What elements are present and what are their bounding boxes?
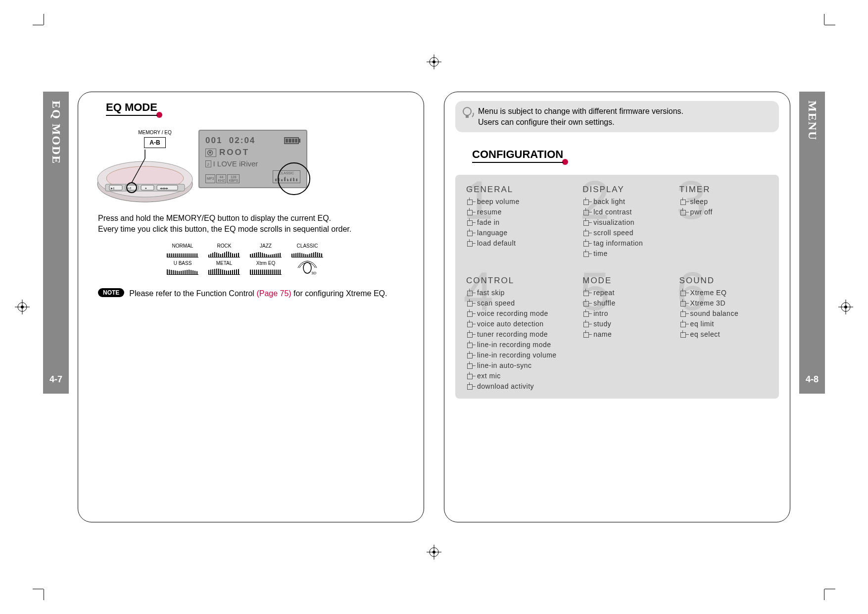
side-tab-left: EQ MODE 4-7 <box>43 92 69 394</box>
lcd-time: 02:04 <box>229 136 255 145</box>
list-item: resume <box>466 207 579 217</box>
section-head: CONTROL <box>466 276 579 286</box>
content-panel-left: EQ MODE MEMORY / EQ A-B <box>78 92 424 522</box>
page-number-left: 4-7 <box>49 374 62 385</box>
svg-point-31 <box>303 262 311 273</box>
lcd-format-badges: MP3 44KHZ 128KBPS <box>205 174 240 183</box>
list-item: time <box>582 249 676 259</box>
three-d-icon: 3D <box>291 260 323 275</box>
config-section-sound: 6 SOUND Xtreme EQXtreme 3Dsound balancee… <box>679 276 768 392</box>
list-item: study <box>582 319 676 329</box>
eq-label: CLASSIC <box>291 243 323 249</box>
section-head: MODE <box>582 276 676 286</box>
list-item: download activity <box>466 381 579 392</box>
section-list: sleeppwr off <box>679 197 768 217</box>
eq-item: CLASSIC <box>291 243 323 257</box>
list-item: voice auto detection <box>466 319 579 329</box>
config-section-control: 4 CONTROL fast skipscan speedvoice recor… <box>466 276 579 392</box>
svg-text:A-B: A-B <box>127 187 132 190</box>
note-text: Please refer to the Function Control (Pa… <box>129 288 387 299</box>
list-item: back light <box>582 197 676 207</box>
list-item: eq limit <box>679 319 768 329</box>
config-section-display: 2 DISPLAY back lightlcd contrastvisualiz… <box>582 185 676 259</box>
note-icon: ♪ <box>205 160 211 167</box>
registration-mark-top <box>427 54 441 69</box>
info-box: Menu is subject to change with different… <box>455 101 779 132</box>
eq-modes-grid: NORMAL ROCK JAZZ CLASSIC U BASS METAL Xt… <box>167 243 335 275</box>
lcd-kbps-u: KBPS <box>229 179 238 182</box>
info-line-2: Users can configure their own settings. <box>478 117 772 128</box>
svg-text:◀◀  ▶▶: ◀◀ ▶▶ <box>160 187 168 190</box>
callout-caption: MEMORY / EQ <box>115 130 194 135</box>
side-tab-left-label: EQ MODE <box>49 101 63 164</box>
section-list: back lightlcd contrastvisualizationscrol… <box>582 197 676 259</box>
section-list: Xtreme EQXtreme 3Dsound balanceeq limite… <box>679 288 768 340</box>
eq-label: JAZZ <box>250 243 282 249</box>
folder-icon: ⦿ <box>205 149 216 157</box>
eq-label: METAL <box>208 260 240 266</box>
section-list: repeatshuffleintrostudyname <box>582 288 676 340</box>
list-item: language <box>466 228 579 238</box>
page-right: MENU 4-8 Menu is subject to change with … <box>434 92 825 522</box>
svg-rect-34 <box>466 115 469 118</box>
list-item: line-in recording volume <box>466 350 579 360</box>
registration-mark-bottom <box>427 545 441 560</box>
lcd-khz: 44 <box>218 175 225 179</box>
list-item: tag information <box>582 238 676 249</box>
list-item: Xtreme EQ <box>679 288 768 298</box>
section-title-config: CONFIGURATION <box>472 148 563 163</box>
svg-text:●: ● <box>145 187 147 190</box>
list-item: line-in auto-sync <box>466 360 579 371</box>
list-item: eq select <box>679 329 768 340</box>
section-title-eqmode: EQ MODE <box>106 101 157 116</box>
battery-icon <box>284 137 300 144</box>
config-section-mode: 5 MODE repeatshuffleintrostudyname <box>582 276 676 392</box>
list-item: sound balance <box>679 308 768 319</box>
list-item: ext mic <box>466 371 579 381</box>
lcd-kbps: 128 <box>229 175 238 179</box>
page-left: EQ MODE 4-7 EQ MODE MEMORY / EQ A-B <box>43 92 434 522</box>
list-item: repeat <box>582 288 676 298</box>
eq-label: U BASS <box>167 260 198 266</box>
list-item: lcd contrast <box>582 207 676 217</box>
svg-point-33 <box>463 107 471 115</box>
section-head: DISPLAY <box>582 185 676 195</box>
eq-item: U BASS <box>167 260 198 275</box>
section-head: GENERAL <box>466 185 579 195</box>
eq-label: NORMAL <box>167 243 198 249</box>
section-head: SOUND <box>679 276 768 286</box>
side-tab-right: MENU 4-8 <box>799 92 825 394</box>
list-item: tuner recording mode <box>466 329 579 340</box>
list-item: sleep <box>679 197 768 207</box>
lcd-fmt: MP3 <box>207 175 214 182</box>
lcd-root: ROOT <box>219 148 249 157</box>
list-item: fade in <box>466 217 579 228</box>
list-item: line-in recording mode <box>466 340 579 350</box>
note-badge: NOTE <box>98 288 124 297</box>
body-line-1: Press and hold the MEMORY/EQ button to d… <box>98 213 409 224</box>
list-item: shuffle <box>582 298 676 308</box>
info-line-1: Menu is subject to change with different… <box>478 106 772 117</box>
eq-item: NORMAL <box>167 243 198 257</box>
config-grid: 1 GENERAL beep volumeresumefade inlangua… <box>455 175 779 399</box>
svg-text:3D: 3D <box>311 271 316 275</box>
list-item: voice recording mode <box>466 308 579 319</box>
highlight-circle-icon <box>278 162 310 195</box>
section-list: beep volumeresumefade inlanguageload def… <box>466 197 579 249</box>
body-text: Press and hold the MEMORY/EQ button to d… <box>98 213 409 234</box>
list-item: fast skip <box>466 288 579 298</box>
eq-item: Xtrm EQ <box>250 260 282 275</box>
list-item: visualization <box>582 217 676 228</box>
eq-label: Xtrm EQ <box>250 260 282 266</box>
lcd-track: 001 <box>205 136 222 145</box>
page-number-right: 4-8 <box>806 374 819 385</box>
device-illustration: MEMORY / EQ A-B <box>96 130 194 204</box>
list-item: scan speed <box>466 298 579 308</box>
svg-text:▶/∥: ▶/∥ <box>111 187 115 190</box>
body-line-2: Every time you click this button, the EQ… <box>98 224 409 235</box>
eq-label: ROCK <box>208 243 240 249</box>
note-pre: Please refer to the Function Control <box>129 289 256 298</box>
lightbulb-icon <box>461 106 474 121</box>
eq-item: JAZZ <box>250 243 282 257</box>
eq-item: METAL <box>208 260 240 275</box>
